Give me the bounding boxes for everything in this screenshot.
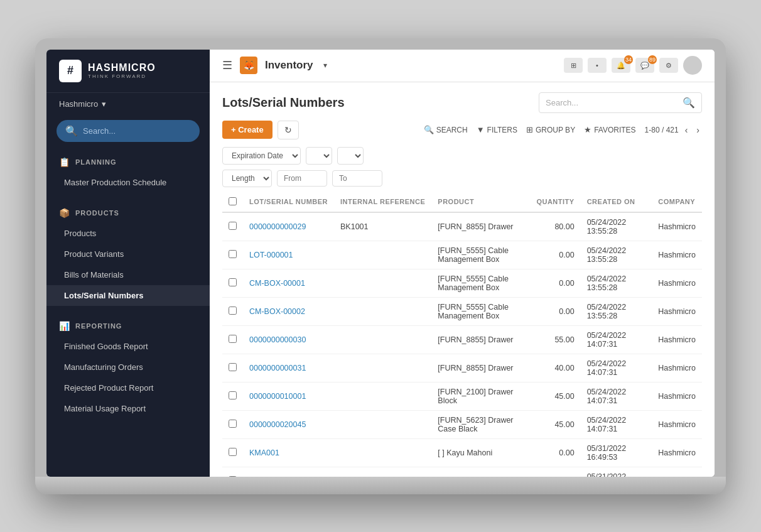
sidebar-item-label: Material Usage Report bbox=[64, 404, 146, 413]
cell-company: Hashmicro bbox=[652, 467, 702, 477]
group-by-button[interactable]: ⊞ GROUP BY bbox=[526, 125, 575, 134]
filters-button[interactable]: ▼ FILTERS bbox=[477, 125, 517, 134]
row-checkbox[interactable] bbox=[229, 476, 237, 477]
app-title-dropdown-icon[interactable]: ▾ bbox=[323, 61, 327, 70]
sidebar-item-lots-serial[interactable]: Lots/Serial Numbers bbox=[46, 285, 210, 306]
lot-link[interactable]: 0000000010001 bbox=[249, 392, 306, 401]
lot-link[interactable]: CM-BOX-00002 bbox=[249, 307, 305, 316]
length-filter[interactable]: Length bbox=[222, 170, 272, 187]
filter-2-select[interactable] bbox=[306, 147, 332, 165]
pagination-info: 1-80 / 421 bbox=[645, 126, 679, 134]
grid-view-icon[interactable]: ⊞ bbox=[564, 58, 583, 73]
cell-quantity: 45.00 bbox=[530, 410, 580, 438]
refresh-button[interactable]: ↻ bbox=[278, 121, 299, 139]
sidebar-item-master-production[interactable]: Master Production Schedule bbox=[46, 172, 210, 193]
row-checkbox[interactable] bbox=[229, 391, 237, 399]
cell-quantity: 0.00 bbox=[530, 241, 580, 269]
pagination-prev-button[interactable]: ‹ bbox=[683, 124, 691, 136]
favorites-button[interactable]: ★ FAVORITES bbox=[584, 125, 635, 134]
cell-company: Hashmicro bbox=[652, 269, 702, 297]
lot-link[interactable]: 0000000000031 bbox=[249, 364, 306, 372]
sidebar-search-input[interactable] bbox=[83, 126, 191, 136]
cell-internal-ref bbox=[334, 410, 431, 438]
col-company: COMPANY bbox=[652, 192, 702, 212]
sidebar-item-bills-of-materials[interactable]: Bills of Materials bbox=[46, 264, 210, 285]
row-checkbox[interactable] bbox=[229, 278, 237, 286]
sidebar-item-products[interactable]: Products bbox=[46, 223, 210, 244]
cell-quantity: 40.00 bbox=[530, 354, 580, 382]
main-search-input[interactable] bbox=[546, 98, 679, 107]
cell-lot: 0000000000031 bbox=[243, 354, 334, 382]
select-all-checkbox[interactable] bbox=[229, 197, 237, 205]
cell-internal-ref bbox=[334, 438, 431, 467]
lot-link[interactable]: 0000000000029 bbox=[249, 222, 306, 231]
sidebar-item-finished-goods[interactable]: Finished Goods Report bbox=[46, 336, 210, 357]
row-checkbox[interactable] bbox=[229, 335, 237, 343]
sidebar-item-manufacturing-orders[interactable]: Manufacturing Orders bbox=[46, 357, 210, 377]
search-action-button[interactable]: 🔍 SEARCH bbox=[424, 125, 468, 134]
cell-internal-ref bbox=[334, 241, 431, 269]
cell-created-on: 05/24/2022 13:55:28 bbox=[581, 269, 652, 297]
row-checkbox[interactable] bbox=[229, 307, 237, 315]
row-checkbox-cell bbox=[222, 438, 243, 467]
lot-link[interactable]: 0000000000030 bbox=[249, 335, 306, 344]
sidebar-item-label: Finished Goods Report bbox=[64, 342, 148, 351]
lot-link[interactable]: CM-BOX-00001 bbox=[249, 279, 305, 288]
search-box: 🔍 bbox=[539, 92, 702, 113]
row-checkbox[interactable] bbox=[229, 222, 237, 230]
sidebar-search-icon: 🔍 bbox=[65, 125, 78, 137]
cell-internal-ref bbox=[334, 297, 431, 325]
table-row: 0000000020045 [FURN_5623] Drawer Case Bl… bbox=[222, 410, 702, 438]
sidebar-user[interactable]: Hashmicro ▾ bbox=[46, 93, 210, 115]
chat-icon[interactable]: 💬 89 bbox=[635, 58, 654, 73]
user-name: Hashmicro bbox=[59, 99, 98, 109]
table-row: CM-BOX-00002 [FURN_5555] Cable Managemen… bbox=[222, 297, 702, 325]
to-input[interactable] bbox=[332, 170, 382, 187]
table-row: 0000000010001 [FURN_2100] Drawer Block 4… bbox=[222, 382, 702, 410]
cell-product: [ ] Kayu Mahoni bbox=[431, 438, 530, 467]
sidebar-section-reporting-header[interactable]: 📊 REPORTING bbox=[46, 316, 210, 336]
sidebar-section-products: 📦 PRODUCTS Products Product Variants Bil… bbox=[46, 198, 210, 311]
planning-icon: 📋 bbox=[59, 157, 70, 167]
cell-created-on: 05/24/2022 14:07:31 bbox=[581, 410, 652, 438]
avatar[interactable] bbox=[683, 56, 702, 75]
cell-internal-ref: BK1001 bbox=[334, 212, 431, 241]
expiration-date-filter[interactable]: Expiration Date bbox=[222, 147, 301, 165]
row-checkbox[interactable] bbox=[229, 363, 237, 371]
sidebar-section-planning-header[interactable]: 📋 PLANNING bbox=[46, 152, 210, 172]
cell-lot: 0000000000029 bbox=[243, 212, 334, 241]
lot-link[interactable]: 0000000020045 bbox=[249, 420, 306, 429]
filters-label: FILTERS bbox=[487, 126, 517, 134]
cell-internal-ref bbox=[334, 354, 431, 382]
page-title: Lots/Serial Numbers bbox=[222, 95, 345, 110]
settings-icon[interactable]: ⚙ bbox=[659, 58, 678, 73]
row-checkbox[interactable] bbox=[229, 420, 237, 428]
cell-company: Hashmicro bbox=[652, 410, 702, 438]
laptop-screen: # HASHMICRO THINK FORWARD Hashmicro ▾ 🔍 … bbox=[46, 50, 715, 477]
row-checkbox[interactable] bbox=[229, 448, 237, 456]
row-checkbox[interactable] bbox=[229, 250, 237, 258]
sidebar-item-rejected-product[interactable]: Rejected Product Report bbox=[46, 377, 210, 398]
sidebar-search-container[interactable]: 🔍 bbox=[57, 120, 200, 142]
sidebar-item-product-variants[interactable]: Product Variants bbox=[46, 244, 210, 264]
create-button[interactable]: + Create bbox=[222, 121, 273, 139]
sidebar-item-material-usage[interactable]: Material Usage Report bbox=[46, 398, 210, 419]
row-checkbox-cell bbox=[222, 269, 243, 297]
sidebar-item-label: Bills of Materials bbox=[64, 270, 124, 280]
hamburger-menu-icon[interactable]: ☰ bbox=[222, 58, 232, 72]
cell-quantity: 55.00 bbox=[530, 325, 580, 354]
pagination-next-button[interactable]: › bbox=[694, 124, 702, 136]
lot-link[interactable]: LOT-000001 bbox=[249, 251, 293, 259]
lot-link[interactable]: KMA001 bbox=[249, 448, 279, 457]
notification-icon[interactable]: 🔔 34 bbox=[612, 58, 630, 73]
cell-product: [FURN_8855] Drawer bbox=[431, 354, 530, 382]
from-input[interactable] bbox=[277, 170, 327, 187]
filter-3-select[interactable] bbox=[337, 147, 364, 165]
dot-menu-icon[interactable]: • bbox=[588, 58, 607, 73]
sidebar-section-products-header[interactable]: 📦 PRODUCTS bbox=[46, 203, 210, 223]
cell-quantity: 80.00 bbox=[530, 212, 580, 241]
top-bar-icons: ⊞ • 🔔 34 💬 89 ⚙ bbox=[564, 56, 702, 75]
cell-created-on: 05/24/2022 14:07:31 bbox=[581, 325, 652, 354]
col-internal-ref: INTERNAL REFERENCE bbox=[334, 192, 431, 212]
cell-quantity: 0.00 bbox=[530, 438, 580, 467]
